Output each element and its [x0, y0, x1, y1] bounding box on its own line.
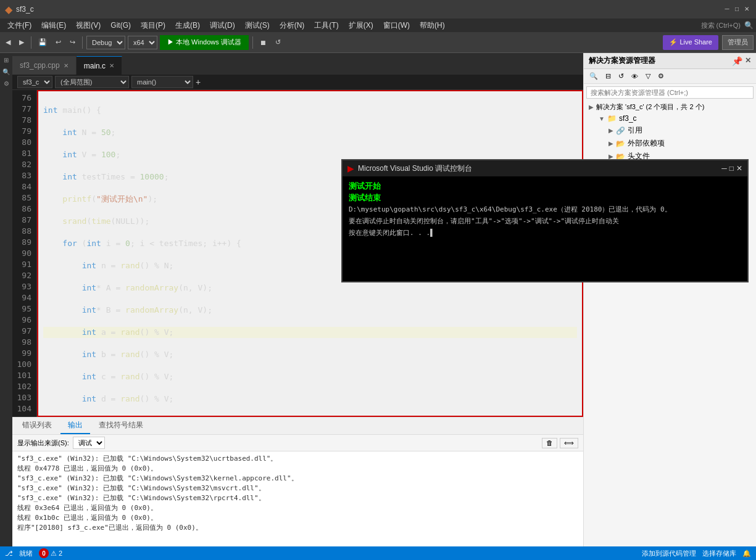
ext-icon: 📂 [616, 139, 625, 148]
console-note-1: 要在调试停止时自动关闭控制台，请启用"工具"->"选项"->"调试"->"调试停… [349, 215, 741, 227]
console-window: ▶ Microsoft Visual Studio 调试控制台 ─ □ ✕ 测试… [341, 159, 749, 282]
add-to-source-btn[interactable]: 添加到源代码管理 [642, 549, 696, 558]
console-minimize[interactable]: ─ [721, 164, 727, 173]
scope-select[interactable]: (全局范围) [55, 76, 129, 88]
function-select[interactable]: main() [131, 76, 193, 88]
activity-icon-1[interactable]: ⊞ [2, 56, 10, 65]
admin-button[interactable]: 管理员 [722, 35, 754, 50]
rp-settings-btn[interactable]: ⚙ [655, 70, 667, 82]
output-source-select[interactable]: 调试 [73, 437, 105, 449]
tab-close-main-c[interactable]: ✕ [109, 62, 114, 69]
console-content: 测试开始 测试结束 D:\mysetup\gopath\src\dsy\sf3_… [343, 176, 747, 242]
forward-button[interactable]: ▶ [16, 35, 27, 50]
tab-sf3-cpp[interactable]: sf3_cpp.cpp ✕ [12, 56, 77, 75]
notification-icon[interactable]: 🔔 [742, 550, 751, 558]
minimize-button[interactable]: ─ [723, 5, 731, 14]
output-line-7: 线程 0x1b0c 已退出，返回值为 0 (0x0)。 [17, 513, 578, 523]
editor-output-area: sf3_cpp.cpp ✕ main.c ✕ sf3_c (全局范围) main… [12, 53, 583, 546]
rp-show-all-btn[interactable]: 👁 [628, 70, 641, 82]
platform-select[interactable]: x64 [128, 36, 157, 49]
pin-button[interactable]: 📌 [732, 56, 742, 66]
tab-close-sf3-cpp[interactable]: ✕ [64, 62, 69, 69]
menu-file[interactable]: 文件(F) [2, 19, 36, 32]
solution-explorer-search[interactable] [586, 86, 754, 99]
external-deps-node[interactable]: ▶ 📂 外部依赖项 [584, 137, 756, 150]
warning-icon: ⚠ [51, 550, 57, 558]
tab-main-c[interactable]: main.c ✕ [77, 56, 122, 75]
back-button[interactable]: ◀ [2, 35, 14, 50]
project-node[interactable]: ▼ 📁 sf3_c [584, 113, 756, 124]
menu-test[interactable]: 测试(S) [240, 19, 275, 32]
tab-bar: sf3_cpp.cpp ✕ main.c ✕ [12, 53, 583, 75]
window-controls: ─ □ ✕ [723, 5, 751, 14]
console-output-2: 测试结束 [349, 192, 741, 204]
solution-label: 解决方案 'sf3_c' (2 个项目，共 2 个) [596, 102, 704, 112]
solution-explorer-title: 解决方案资源管理器 [589, 56, 655, 66]
console-close[interactable]: ✕ [736, 164, 742, 173]
stop-button[interactable]: ⏹ [257, 35, 270, 50]
maximize-button[interactable]: □ [733, 5, 741, 14]
menu-build[interactable]: 生成(B) [170, 19, 205, 32]
close-button[interactable]: ✕ [742, 5, 751, 14]
menu-git[interactable]: Git(G) [106, 20, 136, 31]
menu-window[interactable]: 窗口(W) [378, 19, 415, 32]
output-line-8: 程序"[20180] sf3_c.exe"已退出，返回值为 0 (0x0)。 [17, 523, 578, 533]
ref-expand-icon: ▶ [609, 127, 613, 134]
project-label: sf3_c [619, 114, 637, 123]
menu-analyze[interactable]: 分析(N) [275, 19, 310, 32]
ext-expand-icon: ▶ [609, 140, 613, 147]
output-header: 显示输出来源(S): 调试 🗑 ⟺ [12, 435, 583, 451]
menu-edit[interactable]: 编辑(E) [36, 19, 71, 32]
line-numbers: 76777879 80818283 84858687 88899091 9293… [12, 90, 37, 417]
run-button[interactable]: ▶ 本地 Windows 调试器 [160, 35, 249, 50]
activity-icon-3[interactable]: ⚙ [2, 79, 10, 88]
file-select[interactable]: sf3_c [17, 76, 52, 88]
redo-button[interactable]: ↪ [67, 35, 78, 50]
solution-expand-icon: ▶ [589, 104, 594, 110]
menu-project[interactable]: 项目(P) [136, 19, 170, 32]
rp-filter-btn[interactable]: ▽ [642, 70, 654, 82]
output-tab-bar: 错误列表 输出 查找符号结果 [12, 418, 583, 435]
console-note-2: 按在意键关闭此窗口. . . [349, 227, 741, 239]
title-bar-left: ◆ sf3_c [5, 4, 34, 15]
external-deps-label: 外部依赖项 [628, 138, 665, 149]
output-line-1: "sf3_c.exe" (Win32): 已加载 "C:\Windows\Sys… [17, 454, 578, 464]
menu-bar: 文件(F) 编辑(E) 视图(V) Git(G) 项目(P) 生成(B) 调试(… [0, 19, 756, 32]
menu-debug[interactable]: 调试(D) [205, 19, 240, 32]
tab-error-list[interactable]: 错误列表 [15, 418, 59, 434]
rp-refresh-btn[interactable]: ↺ [615, 70, 627, 82]
status-bar-right: 添加到源代码管理 选择存储库 🔔 [642, 549, 751, 558]
project-icon: 📁 [607, 114, 617, 123]
console-maximize[interactable]: □ [729, 164, 734, 173]
menu-extensions[interactable]: 扩展(X) [344, 19, 378, 32]
debug-config-select[interactable]: Debug [86, 36, 125, 49]
output-wrap-btn[interactable]: ⟺ [560, 438, 578, 448]
output-clear-btn[interactable]: 🗑 [542, 438, 557, 448]
solution-explorer-header: 解决方案资源管理器 📌 ✕ [584, 53, 756, 69]
save-button[interactable]: 💾 [35, 35, 50, 50]
menu-tools[interactable]: 工具(T) [309, 19, 343, 32]
error-badge: 0 [39, 548, 49, 558]
tab-label-main-c: main.c [84, 62, 106, 70]
ref-icon: 🔗 [616, 126, 625, 135]
activity-icon-2[interactable]: 🔍 [1, 67, 11, 76]
solution-node[interactable]: ▶ 解决方案 'sf3_c' (2 个项目，共 2 个) [584, 101, 756, 113]
tab-output[interactable]: 输出 [60, 418, 90, 434]
output-line-4: "sf3_c.exe" (Win32): 已加载 "C:\Windows\Sys… [17, 484, 578, 493]
undo-button[interactable]: ↩ [52, 35, 64, 50]
rp-search-btn[interactable]: 🔍 [586, 70, 601, 82]
warning-count: 2 [59, 550, 62, 557]
solution-explorer-panel: 解决方案资源管理器 📌 ✕ 🔍 ⊟ ↺ 👁 ▽ ⚙ ▶ 解决方案 'sf3_c'… [583, 53, 756, 546]
add-scope-button[interactable]: + [196, 77, 201, 87]
restart-button[interactable]: ↺ [272, 35, 284, 50]
close-panel-button[interactable]: ✕ [745, 56, 751, 66]
app-window: ◆ sf3_c ─ □ ✕ 文件(F) 编辑(E) 视图(V) Git(G) 项… [0, 0, 756, 560]
tab-find-results[interactable]: 查找符号结果 [91, 418, 151, 434]
menu-view[interactable]: 视图(V) [71, 19, 106, 32]
references-node[interactable]: ▶ 🔗 引用 [584, 124, 756, 137]
menu-help[interactable]: 帮助(H) [415, 19, 450, 32]
tab-label-sf3-cpp: sf3_cpp.cpp [20, 61, 60, 70]
live-share-button[interactable]: ⚡ Live Share [663, 35, 718, 50]
rp-collapse-btn[interactable]: ⊟ [602, 70, 614, 82]
select-repo-btn[interactable]: 选择存储库 [702, 549, 736, 558]
